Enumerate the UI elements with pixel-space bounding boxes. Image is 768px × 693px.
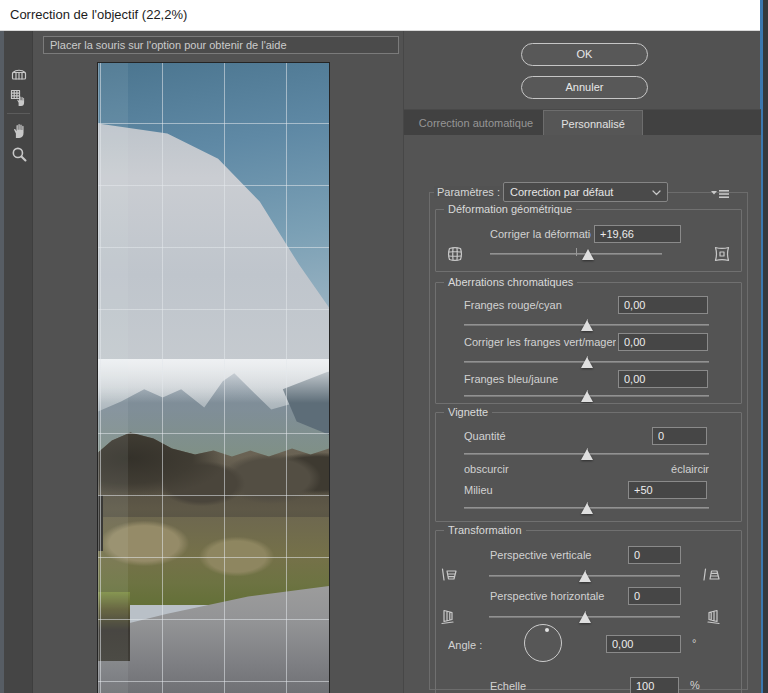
cancel-button-label: Annuler	[566, 81, 604, 93]
section-transform: Transformation Perspective verticale	[435, 530, 742, 693]
horizontal-perspective-right-icon	[702, 608, 722, 626]
vignette-lighten-label: éclaircir	[659, 463, 709, 475]
section-transform-title: Transformation	[444, 524, 526, 536]
remove-distortion-tool[interactable]	[9, 64, 29, 84]
blue-yellow-slider-thumb[interactable]	[581, 391, 593, 402]
vertical-perspective-slider[interactable]	[489, 569, 680, 583]
toolbar-separator	[7, 113, 30, 114]
section-chromatic-title: Aberrations chromatiques	[444, 276, 577, 288]
zoom-tool[interactable]	[9, 144, 29, 164]
horizontal-perspective-slider-thumb[interactable]	[579, 612, 591, 623]
vignette-midpoint-label: Milieu	[464, 484, 614, 496]
green-magenta-value-input[interactable]	[618, 333, 708, 351]
cancel-button[interactable]: Annuler	[521, 76, 648, 99]
section-geometric-distortion: Déformation géométrique Corriger la défo…	[435, 209, 742, 272]
scale-unit: %	[690, 679, 700, 691]
chevron-down-icon	[652, 190, 661, 196]
vertical-perspective-right-icon	[702, 567, 722, 585]
distortion-label: Corriger la déformatic	[490, 228, 591, 240]
tab-custom[interactable]: Personnalisé	[543, 110, 643, 136]
help-hint-bar: Placer la souris sur l'option pour obten…	[43, 36, 399, 54]
distortion-slider-thumb[interactable]	[582, 249, 594, 260]
vignette-midpoint-slider-thumb[interactable]	[581, 503, 593, 514]
move-grid-tool[interactable]	[9, 88, 29, 108]
scale-label: Echelle	[490, 680, 590, 692]
angle-dial-marker	[545, 628, 549, 632]
lens-correction-dialog: Correction de l'objectif (22,2%)	[0, 0, 768, 693]
section-vignette: Vignette Quantité obscurcir éclaircir Mi…	[435, 412, 742, 522]
panel-menu-icon[interactable]	[710, 186, 730, 198]
preset-dropdown[interactable]: Correction par défaut	[503, 182, 668, 202]
angle-unit: °	[692, 637, 696, 649]
section-vignette-title: Vignette	[444, 406, 492, 418]
alignment-grid-overlay	[98, 63, 329, 693]
horizontal-perspective-label: Perspective horizontale	[490, 590, 630, 602]
green-magenta-label: Corriger les franges vert/magen	[464, 336, 616, 348]
blue-yellow-value-input[interactable]	[618, 370, 708, 388]
help-hint-text: Placer la souris sur l'option pour obten…	[50, 39, 287, 51]
dialog-titlebar[interactable]: Correction de l'objectif (22,2%)	[0, 0, 760, 31]
red-cyan-slider-thumb[interactable]	[581, 320, 593, 331]
distortion-slider[interactable]	[490, 247, 662, 261]
preset-dropdown-value: Correction par défaut	[510, 186, 613, 198]
angle-label: Angle :	[448, 639, 482, 651]
blue-yellow-label: Franges bleu/jaune	[464, 373, 614, 385]
vignette-amount-slider-thumb[interactable]	[581, 449, 593, 460]
green-magenta-slider-thumb[interactable]	[581, 357, 593, 368]
settings-panel: OK Annuler Correction automatique Person…	[403, 31, 760, 693]
vignette-amount-value-input[interactable]	[652, 427, 707, 445]
scale-value-input[interactable]	[630, 677, 679, 693]
vignette-darken-label: obscurcir	[464, 463, 509, 475]
vignette-amount-slider[interactable]	[464, 447, 709, 461]
red-cyan-label: Franges rouge/cyan	[464, 299, 614, 311]
green-magenta-slider[interactable]	[464, 355, 709, 369]
vignette-midpoint-value-input[interactable]	[628, 481, 707, 499]
background-outside-dialog	[763, 0, 768, 693]
distortion-value-input[interactable]	[594, 225, 681, 243]
barrel-distortion-icon	[446, 245, 466, 263]
section-geometric-title: Déformation géométrique	[444, 203, 576, 215]
angle-dial[interactable]	[524, 624, 562, 662]
vertical-perspective-value-input[interactable]	[628, 546, 681, 564]
ok-button-label: OK	[577, 48, 593, 60]
horizontal-perspective-left-icon	[439, 608, 459, 626]
dialog-title: Correction de l'objectif (22,2%)	[10, 7, 187, 22]
vertical-perspective-slider-thumb[interactable]	[579, 571, 591, 582]
pincushion-distortion-icon	[713, 245, 733, 263]
horizontal-perspective-value-input[interactable]	[628, 587, 681, 605]
blue-yellow-slider[interactable]	[464, 389, 709, 403]
vignette-midpoint-slider[interactable]	[464, 501, 709, 515]
tool-column	[4, 31, 33, 693]
red-cyan-slider[interactable]	[464, 318, 709, 332]
horizontal-perspective-slider[interactable]	[489, 610, 680, 624]
image-preview[interactable]	[97, 62, 330, 693]
section-chromatic-aberration: Aberrations chromatiques Franges rouge/c…	[435, 282, 742, 404]
tab-auto-correction[interactable]: Correction automatique	[411, 110, 541, 136]
hand-tool[interactable]	[9, 120, 29, 140]
vertical-perspective-left-icon	[439, 567, 459, 585]
dialog-body: Placer la souris sur l'option pour obten…	[4, 31, 760, 693]
ok-button[interactable]: OK	[521, 43, 648, 66]
red-cyan-value-input[interactable]	[618, 296, 708, 314]
angle-value-input[interactable]	[606, 635, 681, 653]
tab-bar: Correction automatique Personnalisé	[404, 109, 761, 135]
vertical-perspective-label: Perspective verticale	[490, 549, 625, 561]
presets-label: Paramètres :	[434, 186, 503, 198]
vignette-amount-label: Quantité	[464, 430, 614, 442]
slider-center-tick	[576, 248, 577, 256]
custom-tab-content: Paramètres : Correction par défaut	[404, 135, 761, 693]
